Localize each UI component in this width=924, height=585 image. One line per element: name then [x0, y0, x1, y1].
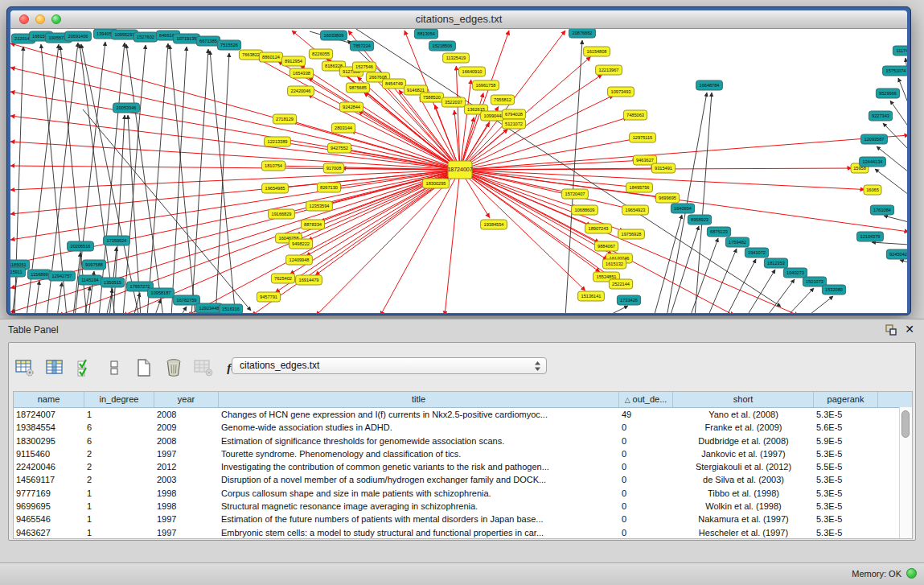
graph-node[interactable]: 7625402 — [271, 274, 294, 283]
graph-node[interactable]: 8860124 — [259, 52, 282, 62]
graph-node[interactable]: 12213967 — [596, 65, 622, 75]
graph-node[interactable]: 12353594 — [306, 201, 333, 211]
table-row[interactable]: 911546021997Tourette syndrome. Phenomeno… — [14, 447, 912, 460]
graph-node[interactable]: 16648784 — [696, 80, 723, 90]
graph-node[interactable]: 16033809 — [321, 31, 347, 40]
graph-node[interactable]: 16914479 — [296, 275, 322, 285]
graph-node[interactable]: 5121072 — [502, 119, 525, 129]
graph-node[interactable]: 9427552 — [327, 143, 351, 153]
graph-node[interactable]: 1941072 — [745, 248, 768, 257]
graph-node[interactable]: 12409948 — [286, 255, 313, 265]
table-row[interactable]: 977716911998Corpus callosum shape and si… — [14, 487, 912, 500]
graph-node[interactable]: 1516316 — [219, 304, 242, 313]
column-header-in_degree[interactable]: in_degree — [84, 392, 154, 407]
graph-node[interactable]: 10719135 — [174, 34, 200, 43]
graph-node[interactable]: 8226055 — [309, 49, 332, 59]
graph-node[interactable]: 10688609 — [572, 205, 598, 215]
graph-node[interactable]: 3522037 — [441, 97, 465, 107]
graph-node[interactable]: 6794028 — [502, 109, 525, 119]
graph-hub-node[interactable]: 18724007 — [447, 161, 472, 179]
graph-node[interactable]: 8454749 — [382, 79, 405, 89]
table-row[interactable]: 1456911722003Disruption of a novel membe… — [14, 473, 912, 486]
graph-node[interactable]: 8878334 — [301, 220, 324, 229]
graph-node[interactable]: 1761084 — [870, 205, 893, 215]
column-header-out_degree[interactable]: △out_de... — [619, 392, 673, 407]
graph-node[interactable]: 11325419 — [443, 53, 470, 63]
graph-node[interactable]: 20876882 — [569, 29, 596, 38]
graph-node[interactable]: 10958187 — [148, 288, 175, 298]
graph-node[interactable]: 10973493 — [608, 87, 634, 97]
graph-node[interactable]: 9498222 — [289, 239, 312, 249]
graph-node[interactable]: 917008 — [323, 163, 344, 173]
graph-node[interactable]: 20206516 — [68, 241, 94, 251]
table-row[interactable]: 946362711997Embryonic stem cells: a mode… — [14, 526, 912, 539]
graph-node[interactable]: 1812353 — [764, 258, 787, 268]
row-height-icon[interactable] — [105, 358, 124, 377]
graph-node[interactable]: 12942757 — [49, 271, 76, 281]
graph-node[interactable]: 8267130 — [317, 183, 340, 192]
graph-node[interactable]: 1733426 — [617, 295, 640, 305]
graph-node[interactable]: 1156869 — [27, 270, 51, 279]
graph-node[interactable]: 1654338 — [290, 68, 313, 78]
graph-node[interactable]: 15136141 — [578, 291, 605, 301]
graph-node[interactable]: 19166829 — [269, 209, 295, 219]
column-header-year[interactable]: year — [154, 392, 219, 407]
graph-node[interactable]: 1145194 — [78, 275, 101, 285]
graph-node[interactable]: 18300295 — [423, 179, 450, 188]
column-header-short[interactable]: short — [673, 392, 814, 407]
graph-node[interactable]: 9529966 — [876, 89, 899, 98]
graph-node[interactable]: 18907243 — [585, 224, 612, 233]
table-mode-icon[interactable] — [15, 358, 35, 377]
table-select[interactable]: citations_edges.txt — [232, 357, 547, 374]
graph-node[interactable]: 9245042 — [886, 249, 907, 259]
graph-node[interactable]: 7588520 — [420, 93, 443, 102]
graph-node[interactable]: 18495756 — [626, 183, 653, 192]
graph-node[interactable]: 1527602 — [133, 32, 157, 42]
graph-node[interactable]: 1759482 — [725, 237, 749, 247]
graph-node[interactable]: 9242844 — [339, 102, 363, 112]
graph-node[interactable]: 16065 — [864, 185, 881, 195]
graph-node[interactable]: 8912954 — [281, 56, 305, 66]
table-row[interactable]: 2242004622012Investigating the contribut… — [14, 460, 912, 473]
show-columns-icon[interactable] — [45, 358, 64, 377]
graph-node[interactable]: 9315491 — [651, 163, 675, 173]
graph-node[interactable]: 15720407 — [562, 189, 589, 199]
node-table[interactable]: namein_degreeyeartitle△out_de...shortpag… — [13, 391, 913, 539]
graph-node[interactable]: 1040273 — [783, 268, 807, 278]
graph-node[interactable]: 6671385 — [196, 36, 220, 46]
graph-node[interactable]: 3915911 — [10, 267, 26, 277]
graph-node[interactable]: 8958923 — [688, 215, 711, 225]
scrollbar-thumb[interactable] — [901, 410, 910, 438]
graph-node[interactable]: 7955812 — [491, 95, 514, 105]
table-row[interactable]: 969969511998Structural magnetic resonanc… — [14, 500, 912, 513]
graph-node[interactable]: 9884067 — [594, 241, 618, 251]
column-header-title[interactable]: title — [219, 392, 619, 407]
graph-node[interactable]: 16961758 — [473, 80, 499, 90]
table-row[interactable]: 1830029562008Estimation of significance … — [14, 435, 912, 447]
graph-node[interactable]: 12104379 — [857, 232, 884, 241]
graph-node[interactable]: 12213389 — [265, 137, 291, 146]
graph-node[interactable]: 9457791 — [257, 292, 280, 302]
graph-node[interactable]: 19756928 — [618, 229, 645, 239]
delete-column-icon[interactable] — [164, 358, 183, 377]
graph-node[interactable]: 12093587 — [861, 134, 888, 144]
graph-node[interactable]: 16782759 — [174, 295, 200, 305]
graph-node[interactable]: 1810754 — [261, 161, 285, 171]
graph-node[interactable]: 9875685 — [346, 83, 369, 93]
column-header-pagerank[interactable]: pagerank — [814, 392, 878, 407]
graph-node[interactable]: 19654985 — [262, 183, 289, 193]
graph-node[interactable]: 7485063 — [623, 110, 647, 120]
float-window-icon[interactable] — [885, 324, 897, 336]
table-row[interactable]: 946554611997Estimation of the future num… — [14, 513, 912, 525]
network-window-titlebar[interactable]: citations_edges.txt — [10, 10, 907, 29]
graph-node[interactable]: 1640954 — [671, 204, 694, 213]
graph-node[interactable]: 2803144 — [331, 123, 355, 133]
column-header-name[interactable]: name — [14, 392, 84, 407]
graph-node[interactable]: 20691406 — [65, 31, 92, 41]
vertical-scrollbar[interactable] — [899, 407, 912, 538]
close-panel-icon[interactable]: ✕ — [905, 323, 914, 336]
graph-node[interactable]: 22420046 — [288, 86, 314, 96]
graph-node[interactable]: 1350515 — [101, 278, 124, 287]
table-row[interactable]: 1938455462009Genome-wide association stu… — [14, 421, 912, 434]
delete-table-icon[interactable] — [194, 358, 213, 377]
